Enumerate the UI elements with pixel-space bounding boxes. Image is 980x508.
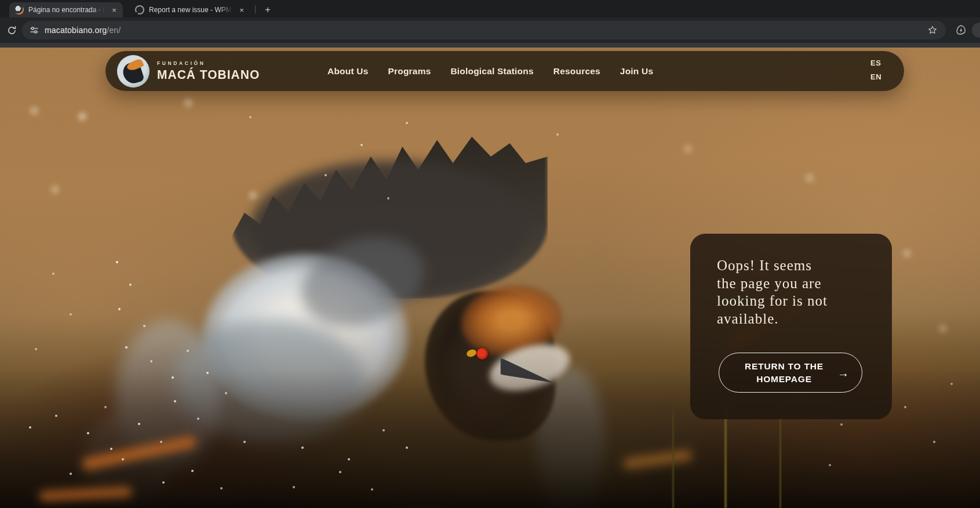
maca-tobiano-logo-icon — [117, 55, 150, 88]
error-card: Oops! It seems the page you are looking … — [690, 234, 892, 419]
error-message-line: Oops! It seems — [717, 257, 868, 275]
nav-item-programs[interactable]: Programs — [388, 66, 431, 77]
brand-name: MACÁ TOBIANO — [157, 67, 260, 82]
tab-report-issue-wpml[interactable]: Report a new issue - WPML × — [130, 2, 250, 17]
language-switcher: ES EN — [870, 59, 881, 81]
wpml-favicon — [135, 5, 144, 14]
site-navbar: FUNDACIÓN MACÁ TOBIANO About Us Programs… — [105, 51, 904, 91]
water-droplets — [0, 48, 2, 50]
url-path: /en/ — [107, 26, 121, 35]
site-settings-icon[interactable] — [30, 26, 39, 35]
bookmark-star-icon[interactable] — [926, 24, 939, 37]
tab-title: Report a new issue - WPML — [149, 6, 234, 14]
browser-toolbar: macatobiano.org/en/ — [0, 17, 980, 43]
nav-item-join-us[interactable]: Join Us — [620, 66, 653, 77]
brand-logo-link[interactable]: FUNDACIÓN MACÁ TOBIANO — [117, 55, 260, 88]
maca-tobiano-favicon — [14, 5, 24, 14]
close-tab-icon[interactable]: × — [236, 5, 247, 15]
return-homepage-button[interactable]: RETURN TO THE HOMEPAGE → — [719, 353, 862, 393]
error-message-line: available. — [717, 310, 868, 328]
nav-item-biological-stations[interactable]: Biological Stations — [450, 66, 533, 77]
return-homepage-label: RETURN TO THE HOMEPAGE — [732, 360, 836, 386]
button-label-line2: HOMEPAGE — [732, 373, 836, 386]
toolbar-bottom-strip — [0, 43, 980, 48]
address-bar[interactable]: macatobiano.org/en/ — [22, 21, 946, 39]
reload-icon[interactable] — [3, 22, 20, 38]
lang-es[interactable]: ES — [870, 59, 881, 67]
error-message-line: the page you are — [717, 275, 868, 293]
nav-item-about-us[interactable]: About Us — [327, 66, 368, 77]
nav-menu: About Us Programs Biological Stations Re… — [327, 66, 653, 77]
leo-ai-icon[interactable] — [955, 24, 967, 37]
lang-en[interactable]: EN — [870, 72, 881, 81]
arrow-right-icon: → — [837, 366, 849, 379]
error-message-line: looking for is not — [717, 292, 868, 310]
button-label-line1: RETURN TO THE — [732, 360, 836, 372]
nav-item-resources[interactable]: Resources — [553, 66, 600, 77]
brand-eyebrow: FUNDACIÓN — [157, 60, 260, 66]
error-message: Oops! It seems the page you are looking … — [717, 257, 868, 328]
tab-divider — [255, 5, 256, 13]
new-tab-button[interactable]: + — [261, 3, 275, 17]
toolbar-cutoff-button[interactable] — [972, 23, 980, 38]
tab-strip: Página no encontrada - Funda × Report a … — [0, 0, 980, 17]
url-text: macatobiano.org/en/ — [45, 26, 121, 35]
brand-text: FUNDACIÓN MACÁ TOBIANO — [157, 60, 260, 82]
tab-pagina-no-encontrada[interactable]: Página no encontrada - Funda × — [9, 2, 123, 17]
close-tab-icon[interactable]: × — [109, 5, 119, 15]
tab-title: Página no encontrada - Funda — [28, 6, 107, 14]
hero-section: FUNDACIÓN MACÁ TOBIANO About Us Programs… — [0, 48, 980, 508]
